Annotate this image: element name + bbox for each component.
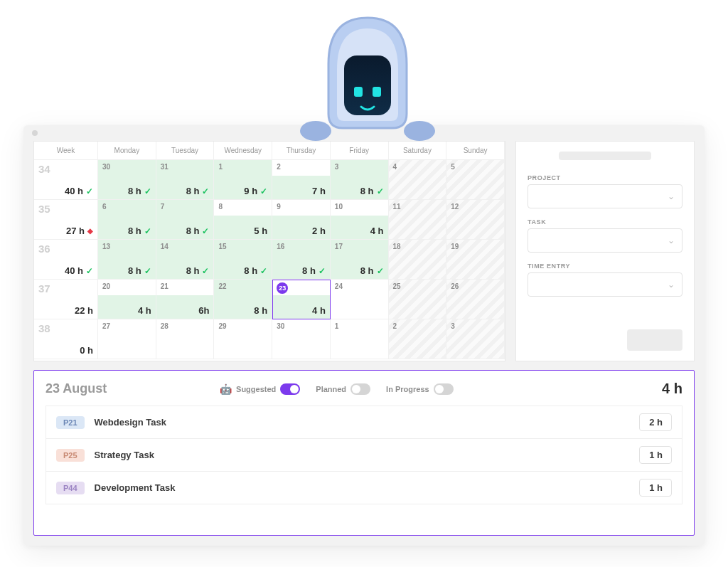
task-row[interactable]: P44Development Task1 h	[46, 472, 682, 504]
calendar-day-cell[interactable]: 216h	[156, 280, 215, 319]
calendar-day-cell[interactable]: 12	[446, 200, 505, 240]
day-date: 25	[393, 282, 442, 290]
check-icon: ✓	[202, 226, 209, 236]
project-select[interactable]: ⌄	[528, 184, 682, 208]
svg-rect-0	[344, 55, 391, 115]
week-summary-cell: 380 h	[34, 319, 98, 359]
week-summary-cell: 3640 h✓	[34, 240, 98, 280]
calendar-day-cell[interactable]: 204 h	[98, 280, 156, 319]
calendar-day-cell[interactable]: 30	[272, 319, 331, 359]
day-date: 27	[102, 322, 151, 330]
day-hours: 4 h	[370, 226, 384, 236]
calendar-day-cell[interactable]: 3	[446, 319, 505, 359]
calendar-day-cell[interactable]: 318 h✓	[156, 160, 215, 200]
calendar-day-cell[interactable]: 1	[331, 319, 389, 359]
task-label: TASK	[528, 218, 682, 226]
calendar-day-cell[interactable]: 27	[98, 319, 156, 359]
task-select[interactable]: ⌄	[528, 228, 682, 253]
calendar-day-cell[interactable]: 228 h	[214, 280, 272, 319]
calendar-day-cell[interactable]: 92 h	[272, 200, 331, 240]
calendar-day-cell[interactable]: 27 h	[272, 160, 331, 200]
time-entry-select[interactable]: ⌄	[528, 272, 682, 297]
calendar-day-cell[interactable]: 24	[331, 280, 389, 319]
task-hours-input[interactable]: 1 h	[639, 446, 672, 464]
chevron-down-icon: ⌄	[668, 235, 675, 245]
calendar-day-cell[interactable]: 18	[389, 240, 447, 280]
task-hours-input[interactable]: 1 h	[639, 479, 672, 497]
submit-button-skeleton	[627, 329, 682, 351]
warning-diamond-icon: ◆	[87, 227, 93, 235]
robot-icon: 🤖	[220, 383, 232, 395]
chevron-down-icon: ⌄	[668, 280, 675, 290]
day-date: 31	[161, 163, 210, 171]
calendar-week-row: 380 h27282930123	[34, 319, 505, 359]
calendar-day-cell[interactable]: 138 h✓	[98, 240, 156, 280]
calendar-day-cell[interactable]: 104 h	[331, 200, 389, 240]
calendar-day-cell[interactable]: 28	[156, 319, 215, 359]
calendar-day-cell[interactable]: 2	[389, 319, 447, 359]
calendar-header-row: WeekMondayTuesdayWednesdayThursdayFriday…	[34, 142, 505, 160]
calendar-day-cell[interactable]: 26	[446, 280, 505, 319]
day-hours: 8 h✓	[302, 265, 326, 276]
calendar-day-cell[interactable]: 4	[389, 160, 447, 200]
day-date: 21	[161, 282, 210, 290]
time-entry-label: TIME ENTRY	[528, 263, 682, 270]
calendar-day-cell[interactable]: 85 h	[214, 200, 272, 240]
calendar-header-cell: Tuesday	[156, 142, 215, 160]
calendar-day-cell[interactable]: 25	[389, 280, 447, 319]
calendar-day-cell[interactable]: 68 h✓	[98, 200, 156, 240]
day-date: 18	[393, 243, 442, 250]
day-hours: 8 h✓	[128, 226, 151, 236]
toggle-planned[interactable]	[350, 383, 370, 395]
filter-suggested[interactable]: 🤖 Suggested	[220, 383, 300, 395]
day-hours: 4 h	[138, 305, 151, 316]
day-date: 3	[335, 163, 384, 171]
day-date: 2	[393, 322, 442, 330]
calendar-day-cell[interactable]: 234 h	[272, 280, 331, 319]
calendar-day-cell[interactable]: 78 h✓	[156, 200, 215, 240]
calendar-day-cell[interactable]: 29	[214, 319, 272, 359]
filter-planned[interactable]: Planned	[316, 383, 370, 395]
toggle-suggested[interactable]	[280, 383, 300, 395]
day-date: 22	[218, 282, 267, 290]
calendar-day-cell[interactable]: 168 h✓	[272, 240, 331, 280]
check-icon: ✓	[202, 266, 209, 276]
day-hours: 8 h✓	[128, 265, 151, 276]
day-date: 15	[218, 243, 267, 250]
calendar-day-cell[interactable]: 308 h✓	[98, 160, 156, 200]
calendar-day-cell[interactable]: 5	[446, 160, 505, 200]
calendar-header-cell: Friday	[331, 142, 389, 160]
filter-in-progress[interactable]: In Progress	[386, 383, 454, 395]
task-row[interactable]: P21Webdesign Task2 h	[46, 406, 682, 439]
calendar-day-cell[interactable]: 19 h✓	[214, 160, 272, 200]
day-hours: 8 h	[254, 305, 267, 316]
task-name: Strategy Task	[95, 450, 154, 460]
week-total-hours: 40 h✓	[65, 186, 93, 196]
week-number: 38	[38, 322, 93, 334]
panel-title-skeleton	[559, 152, 652, 160]
day-hours: 8 h✓	[244, 265, 267, 276]
calendar-day-cell[interactable]: 178 h✓	[331, 240, 389, 280]
calendar-header-cell: Thursday	[272, 142, 331, 160]
svg-rect-2	[373, 87, 381, 97]
calendar-day-cell[interactable]: 38 h✓	[331, 160, 389, 200]
toggle-in-progress[interactable]	[434, 383, 454, 395]
task-hours-input[interactable]: 2 h	[639, 413, 672, 431]
check-icon: ✓	[318, 266, 326, 276]
task-row[interactable]: P25Strategy Task1 h	[46, 439, 682, 472]
day-hours: 8 h✓	[360, 186, 384, 196]
day-hours: 6h	[198, 305, 209, 316]
task-name: Development Task	[95, 482, 176, 493]
week-total-hours: 22 h	[75, 305, 93, 316]
week-number: 36	[38, 243, 93, 255]
day-hours: 8 h✓	[186, 226, 210, 236]
calendar-day-cell[interactable]: 19	[446, 240, 505, 280]
calendar-day-cell[interactable]: 158 h✓	[214, 240, 272, 280]
task-list: P21Webdesign Task2 hP25Strategy Task1 hP…	[46, 406, 682, 504]
day-date: 3	[451, 322, 500, 330]
calendar-week-row: 3527 h◆68 h✓78 h✓85 h92 h104 h1112	[34, 200, 505, 240]
calendar-day-cell[interactable]: 148 h✓	[156, 240, 215, 280]
calendar-day-cell[interactable]: 11	[389, 200, 447, 240]
calendar-week-row: 3640 h✓138 h✓148 h✓158 h✓168 h✓178 h✓181…	[34, 240, 505, 280]
calendar-header-cell: Wednesday	[214, 142, 272, 160]
